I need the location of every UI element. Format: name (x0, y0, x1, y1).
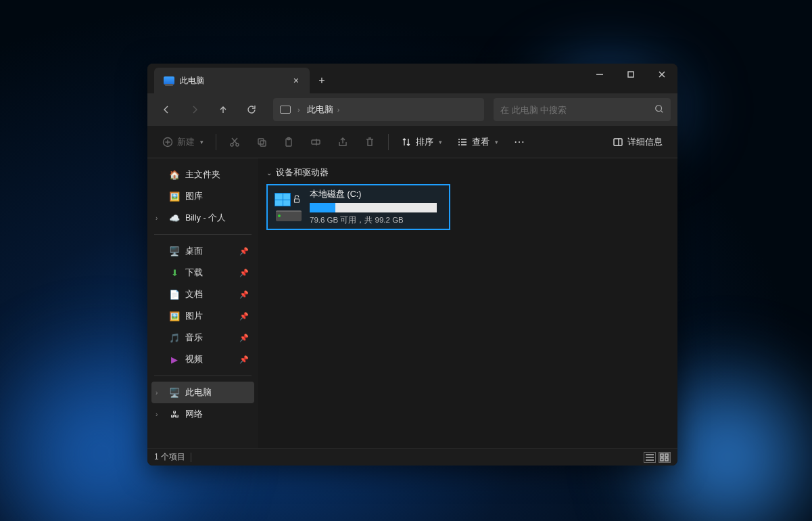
pictures-icon: 🖼️ (169, 311, 180, 321)
sidebar-item-documents[interactable]: 📄文档📌 (151, 284, 254, 305)
paste-button[interactable] (277, 131, 300, 154)
maximize-button[interactable] (615, 64, 646, 85)
pin-icon[interactable]: 📌 (239, 355, 249, 364)
navbar: › 此电脑 › (147, 93, 677, 126)
sidebar-item-network[interactable]: ›🖧网络 (151, 403, 254, 425)
sort-button[interactable]: 排序 ▾ (396, 131, 448, 154)
svg-point-10 (236, 143, 239, 146)
svg-rect-33 (661, 458, 663, 461)
new-tab-button[interactable]: + (310, 68, 334, 93)
pin-icon[interactable]: 📌 (239, 334, 249, 342)
more-button[interactable]: ⋯ (508, 131, 531, 154)
sidebar-item-videos[interactable]: ▶视频📌 (151, 348, 254, 370)
tiles-view-toggle[interactable] (659, 452, 671, 463)
drive-icon (274, 193, 303, 221)
sidebar-item-downloads[interactable]: ⬇下载📌 (151, 262, 254, 284)
pin-icon[interactable]: 📌 (239, 247, 249, 256)
expand-icon[interactable]: › (156, 411, 158, 418)
sidebar-item-music[interactable]: 🎵音乐📌 (151, 327, 254, 348)
delete-button[interactable] (358, 131, 381, 154)
document-icon: 📄 (169, 289, 180, 300)
tab-this-pc[interactable]: 此电脑 × (154, 68, 310, 93)
pin-icon[interactable]: 📌 (239, 312, 249, 321)
svg-rect-17 (312, 140, 320, 144)
video-icon: ▶ (169, 354, 180, 365)
rename-button[interactable] (304, 131, 327, 154)
drive-usage-bar (310, 203, 437, 212)
svg-rect-25 (614, 139, 622, 145)
expand-icon[interactable]: › (156, 389, 158, 397)
copy-button[interactable] (250, 131, 273, 154)
item-count: 1 个项目 (154, 451, 185, 463)
minimize-button[interactable] (584, 64, 615, 85)
svg-line-12 (232, 138, 237, 143)
sidebar-item-pictures[interactable]: 🖼️图片📌 (151, 305, 254, 327)
share-button[interactable] (331, 131, 354, 154)
svg-line-5 (661, 110, 663, 112)
chevron-down-icon[interactable]: › (337, 106, 340, 114)
svg-rect-13 (258, 139, 264, 144)
view-button[interactable]: 查看 ▾ (452, 131, 504, 154)
tab-title: 此电脑 (180, 75, 285, 87)
drive-c[interactable]: 本地磁盘 (C:) 79.6 GB 可用，共 99.2 GB (266, 184, 450, 230)
svg-rect-34 (665, 458, 668, 461)
expand-icon[interactable]: › (156, 214, 158, 222)
svg-rect-1 (628, 72, 634, 77)
svg-point-4 (656, 105, 662, 111)
chevron-down-icon: ▾ (439, 139, 442, 145)
svg-rect-32 (665, 454, 668, 457)
sidebar-item-home[interactable]: 🏠主文件夹 (151, 164, 254, 185)
drive-name: 本地磁盘 (C:) (310, 189, 442, 200)
chevron-down-icon: ▾ (200, 139, 204, 145)
cut-button[interactable] (223, 131, 246, 154)
close-tab-icon[interactable]: × (291, 74, 302, 87)
sidebar-item-gallery[interactable]: 🖼️图库 (151, 185, 254, 207)
this-pc-icon (164, 76, 174, 85)
sort-label: 排序 (416, 136, 433, 148)
download-icon: ⬇ (169, 267, 180, 278)
drive-stats: 79.6 GB 可用，共 99.2 GB (310, 215, 442, 225)
sidebar-item-this-pc[interactable]: ›🖥️此电脑 (151, 382, 254, 403)
music-icon: 🎵 (169, 332, 180, 343)
monitor-icon (280, 106, 291, 114)
svg-rect-27 (295, 199, 300, 202)
network-icon: 🖧 (169, 409, 180, 420)
svg-rect-14 (260, 141, 266, 146)
svg-point-9 (231, 143, 233, 146)
pin-icon[interactable]: 📌 (239, 269, 249, 277)
svg-line-11 (233, 138, 237, 143)
group-header-devices[interactable]: ⌄ 设备和驱动器 (266, 164, 669, 184)
titlebar: 此电脑 × + (147, 64, 677, 93)
toolbar: 新建 ▾ 排序 ▾ 查看 ▾ ⋯ 详细信息 (147, 126, 677, 158)
sidebar: 🏠主文件夹 🖼️图库 ›☁️Billy - 个人 🖥️桌面📌 ⬇下载📌 📄文档📌… (147, 158, 258, 448)
search-icon[interactable] (654, 104, 664, 116)
svg-rect-31 (661, 454, 663, 457)
details-label: 详细信息 (627, 136, 663, 148)
close-window-button[interactable] (646, 64, 677, 85)
details-view-toggle[interactable] (644, 452, 656, 463)
address-bar[interactable]: › 此电脑 › (273, 98, 484, 121)
home-icon: 🏠 (169, 169, 180, 180)
gallery-icon: 🖼️ (169, 191, 180, 202)
forward-button[interactable] (183, 97, 207, 122)
explorer-window: 此电脑 × + › 此电脑 › 新建 ▾ (147, 64, 677, 466)
new-button[interactable]: 新建 ▾ (157, 131, 209, 154)
sidebar-item-desktop[interactable]: 🖥️桌面📌 (151, 240, 254, 262)
view-label: 查看 (472, 136, 489, 148)
unlock-icon (292, 194, 302, 204)
details-pane-button[interactable]: 详细信息 (607, 131, 668, 154)
desktop-icon: 🖥️ (169, 246, 180, 256)
chevron-down-icon: ▾ (495, 139, 498, 145)
this-pc-icon: 🖥️ (169, 387, 180, 398)
breadcrumb-current[interactable]: 此电脑 (307, 104, 333, 116)
search-box[interactable] (494, 98, 671, 121)
new-label: 新建 (177, 136, 195, 148)
search-input[interactable] (500, 105, 654, 115)
pin-icon[interactable]: 📌 (239, 290, 249, 299)
statusbar: 1 个项目 (147, 448, 677, 466)
refresh-button[interactable] (239, 97, 264, 122)
sidebar-item-onedrive[interactable]: ›☁️Billy - 个人 (151, 207, 254, 229)
back-button[interactable] (154, 97, 178, 122)
up-button[interactable] (211, 97, 235, 122)
content-area: ⌄ 设备和驱动器 本地磁盘 (C:) 79.6 GB 可用，共 99.2 GB (258, 158, 677, 448)
